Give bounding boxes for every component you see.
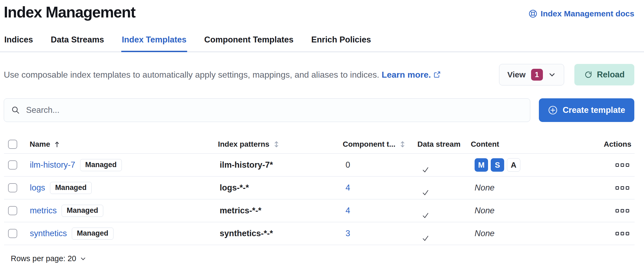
row-actions-icon[interactable] [613,230,631,238]
tab-enrich-policies[interactable]: Enrich Policies [311,32,371,52]
tab-data-streams[interactable]: Data Streams [50,32,105,52]
content-none: None [475,206,494,215]
content-badge-settings[interactable]: S [491,158,504,172]
row-checkbox[interactable] [8,206,17,215]
table-row: logs Managed logs-*-* 4 None [4,177,635,199]
chevron-down-icon [80,256,86,262]
managed-badge: Managed [62,205,103,217]
page-header: Index Management Index Management docs [0,0,644,22]
column-label-name: Name [30,140,50,149]
tab-component-templates[interactable]: Component Templates [204,32,294,52]
index-pattern-value: synthetics-*-* [220,229,273,238]
view-count-badge: 1 [531,69,543,81]
reload-button[interactable]: Reload [574,64,634,85]
component-count-link[interactable]: 4 [346,206,350,215]
description-sentence: Use composable index templates to automa… [4,70,379,80]
managed-badge: Managed [50,182,92,194]
table-row: synthetics Managed synthetics-*-* 3 None [4,222,635,245]
content-badge-mappings[interactable]: M [475,158,488,172]
docs-link-label: Index Management docs [541,9,634,18]
content-badge-aliases[interactable]: A [507,158,520,172]
description-text: Use composable index templates to automa… [4,69,441,81]
rows-per-page-label: Rows per page: 20 [11,254,76,263]
column-header-index-patterns[interactable]: Index patterns [218,140,280,149]
component-count: 0 [346,160,350,170]
column-label-component-templates: Component t... [343,140,396,149]
index-pattern-value: logs-*-* [220,183,249,192]
template-name-link[interactable]: logs [30,183,45,193]
check-icon [421,211,470,220]
chevron-down-icon [548,71,556,78]
column-header-name[interactable]: Name [30,140,60,149]
search-box [4,98,530,122]
index-templates-table: Name Index patterns Component [4,135,635,245]
content-none: None [475,229,494,238]
sort-both-icon [273,141,280,148]
row-checkbox[interactable] [8,160,17,170]
template-name-link[interactable]: synthetics [30,229,67,238]
check-icon [421,234,470,243]
row-actions-icon[interactable] [613,184,631,192]
search-row: Create template [0,98,644,122]
search-input[interactable] [26,105,523,115]
column-label-index-patterns: Index patterns [218,140,269,149]
description-row: Use composable index templates to automa… [0,64,644,85]
table-footer: Rows per page: 20 [0,245,644,263]
tab-bar: Indices Data Streams Index Templates Com… [0,32,644,52]
sort-both-icon [399,141,406,148]
create-template-label: Create template [563,105,625,115]
tab-indices[interactable]: Indices [4,32,34,52]
external-link-icon [433,71,441,78]
managed-badge: Managed [72,228,113,240]
table-header-row: Name Index patterns Component [4,135,635,154]
tab-index-templates[interactable]: Index Templates [121,32,187,52]
reload-button-label: Reload [597,70,625,80]
help-lifebuoy-icon [528,9,538,18]
search-icon [11,106,20,115]
view-button-label: View [507,70,526,79]
template-name-link[interactable]: ilm-history-7 [30,160,75,170]
content-none: None [475,183,494,193]
template-name-link[interactable]: metrics [30,206,57,215]
column-header-actions: Actions [604,140,631,149]
check-icon [421,165,470,174]
component-count-link[interactable]: 3 [346,229,350,238]
column-header-content: Content [471,140,499,149]
table-row: metrics Managed metrics-*-* 4 None [4,199,635,222]
row-actions-icon[interactable] [613,207,631,215]
row-checkbox[interactable] [8,229,17,238]
view-button[interactable]: View 1 [499,64,564,85]
column-header-component-templates[interactable]: Component t... [343,140,406,149]
row-checkbox[interactable] [8,183,17,192]
docs-link[interactable]: Index Management docs [528,9,634,18]
check-icon [421,188,470,197]
learn-more-link[interactable]: Learn more. [382,70,431,80]
index-pattern-value: ilm-history-7* [220,160,273,170]
index-pattern-value: metrics-*-* [220,206,261,215]
refresh-icon [584,70,593,79]
sort-ascending-icon [54,141,61,148]
page-title: Index Management [4,2,135,22]
toolbar-buttons: View 1 Reload [499,64,634,85]
select-all-checkbox[interactable] [8,140,17,149]
create-template-button[interactable]: Create template [539,98,634,122]
rows-per-page-selector[interactable]: Rows per page: 20 [11,254,86,263]
component-count-link[interactable]: 4 [346,183,350,192]
row-actions-icon[interactable] [613,161,631,169]
managed-badge: Managed [80,159,122,171]
table-row: ilm-history-7 Managed ilm-history-7* 0 M… [4,154,635,177]
column-header-data-stream: Data stream [417,140,460,148]
plus-circle-icon [548,105,558,115]
